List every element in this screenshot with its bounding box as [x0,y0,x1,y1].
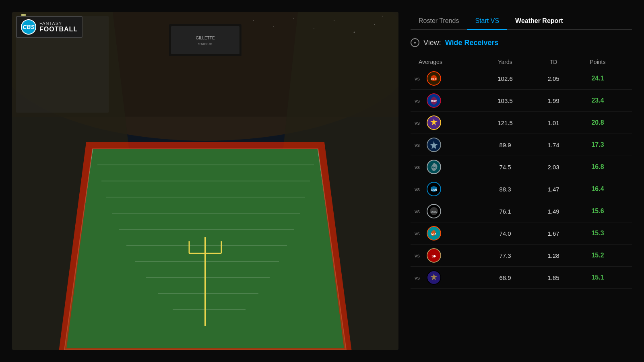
team-logo: OAK [427,204,441,218]
table-row[interactable]: vs 89.9 1.74 17.3 [411,134,632,156]
team-logo [427,270,441,285]
table-row[interactable]: vs 121.5 1.01 20.8 [411,112,632,134]
team-logo: PHI [427,160,441,174]
col-td: TD [531,59,576,65]
team-cell: vs [415,270,479,285]
vs-label: vs [415,275,422,281]
svg-point-31 [273,26,274,27]
team-cell: vs [415,115,479,130]
points-value: 16.8 [576,163,620,171]
table-row[interactable]: vs SF 77.3 1.28 15.2 [411,245,632,267]
team-cell: vs CAR [415,182,479,196]
svg-rect-29 [21,14,26,16]
view-dropdown-button[interactable]: ▼ [411,38,419,47]
table-row[interactable]: vs PHI 74.5 2.03 16.8 [411,156,632,178]
col-averages: Averages [415,59,479,65]
table-row[interactable]: vs CAR 88.3 1.47 16.4 [411,178,632,200]
data-rows: vs CLE 102.6 2.05 24.1 vs BUF 103.5 1.99… [411,68,632,289]
team-cell: vs MIA [415,226,479,241]
svg-point-33 [314,28,314,29]
svg-text:CLE: CLE [431,78,437,80]
team-cell: vs BUF [415,93,479,108]
svg-text:SF: SF [431,254,436,258]
points-value: 15.3 [576,230,620,237]
svg-point-37 [382,16,383,16]
td-value: 2.05 [531,75,576,82]
svg-point-34 [334,20,334,21]
table-row[interactable]: vs OAK 76.1 1.49 15.6 [411,200,632,222]
column-headers: Averages Yards TD Points [411,59,632,65]
tabs-row: Roster Trends Start VS Weather Report [411,14,632,30]
team-cell: vs PHI [415,160,479,174]
stadium-image: GILLETTE STADIUM [12,12,398,350]
td-value: 1.47 [531,186,576,193]
points-value: 20.8 [576,119,620,126]
yards-value: 74.0 [479,230,531,237]
vs-label: vs [415,230,422,237]
table-row[interactable]: vs 68.9 1.85 15.1 [411,267,632,289]
tab-weather-report[interactable]: Weather Report [507,14,571,29]
svg-rect-25 [171,26,239,54]
table-row[interactable]: vs MIA 74.0 1.67 15.3 [411,222,632,245]
svg-text:GILLETTE: GILLETTE [196,36,215,40]
yards-value: 89.9 [479,142,531,148]
td-value: 1.99 [531,97,576,104]
vs-label: vs [415,142,422,148]
team-cell: vs [415,138,479,152]
col-yards: Yards [479,59,531,65]
points-value: 15.2 [576,252,620,259]
table-row[interactable]: vs CLE 102.6 2.05 24.1 [411,68,632,90]
yards-value: 103.5 [479,97,531,104]
td-value: 1.28 [531,252,576,259]
yards-value: 77.3 [479,252,531,259]
svg-point-30 [253,20,254,21]
points-value: 15.1 [576,274,620,281]
points-value: 24.1 [576,75,620,82]
vs-label: vs [415,120,422,126]
yards-value: 88.3 [479,186,531,193]
tab-roster-trends[interactable]: Roster Trends [411,14,467,29]
app-logo-text: FANTASY FOOTBALL [39,21,78,33]
yards-value: 76.1 [479,208,531,215]
svg-point-32 [293,18,294,19]
col-points: Points [576,59,620,65]
svg-text:OAK: OAK [431,210,437,213]
td-value: 1.01 [531,119,576,126]
team-logo: CAR [427,182,441,196]
td-value: 1.67 [531,230,576,237]
video-area: CBS FANTASY FOOTBALL [12,12,398,350]
logo-fantasy: FANTASY [39,21,78,26]
team-logo: MIA [427,226,441,241]
vs-label: vs [415,98,422,104]
yards-value: 74.5 [479,164,531,171]
svg-text:MIA: MIA [431,232,437,235]
points-value: 23.4 [576,97,620,104]
vs-label: vs [415,208,422,214]
logo-football: FOOTBALL [39,26,78,33]
vs-label: vs [415,186,422,192]
team-logo: CLE [427,71,441,86]
points-value: 15.6 [576,208,620,215]
view-selector: ▼ View: Wide Receivers [411,38,632,52]
points-value: 16.4 [576,185,620,193]
td-value: 1.49 [531,208,576,215]
right-panel: Roster Trends Start VS Weather Report ▼ … [411,12,632,350]
svg-text:STADIUM: STADIUM [198,42,213,46]
team-logo: BUF [427,93,441,108]
logo-overlay: CBS FANTASY FOOTBALL [16,16,83,38]
dropdown-icon: ▼ [411,38,419,47]
table-row[interactable]: vs BUF 103.5 1.99 23.4 [411,90,632,112]
svg-text:CAR: CAR [431,188,437,191]
yards-value: 121.5 [479,119,531,126]
points-value: 17.3 [576,141,620,148]
yards-value: 102.6 [479,75,531,82]
td-value: 2.03 [531,164,576,171]
tab-start-vs[interactable]: Start VS [467,14,507,29]
td-value: 1.74 [531,142,576,148]
svg-point-36 [374,24,375,25]
team-logo [427,138,441,152]
vs-label: vs [415,164,422,170]
td-value: 1.85 [531,274,576,281]
vs-label: vs [415,253,422,259]
svg-text:PHI: PHI [431,166,436,169]
